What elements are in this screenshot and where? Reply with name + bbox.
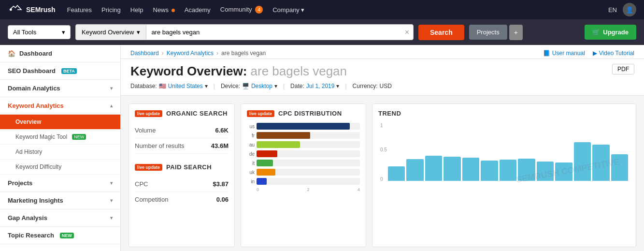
search-type-button[interactable]: Keyword Overview ▾ xyxy=(76,25,146,40)
nav-right: EN 👤 xyxy=(608,3,636,16)
sidebar-item-seo-dashboard[interactable]: SEO Dashboard BETA xyxy=(0,62,120,80)
breadcrumb-sep: › xyxy=(162,50,164,57)
cpc-bar-row: de xyxy=(247,150,360,157)
breadcrumb-row: Dashboard › Keyword Analytics › are bage… xyxy=(121,45,644,59)
trend-bar xyxy=(462,158,479,181)
main-layout: 🏠 Dashboard SEO Dashboard BETA Domain An… xyxy=(0,45,644,251)
cpc-label: uk xyxy=(247,170,255,175)
all-tools-button[interactable]: All Tools ▾ xyxy=(8,25,71,39)
sidebar-item-projects[interactable]: Projects ▾ xyxy=(0,175,120,192)
nav-features[interactable]: Features xyxy=(67,6,92,14)
trend-y-05: 0.5 xyxy=(380,147,387,152)
user-avatar[interactable]: 👤 xyxy=(623,3,636,16)
sidebar-item-marketing-insights[interactable]: Marketing Insights ▾ xyxy=(0,192,120,209)
cpc-bar-row: uk xyxy=(247,169,360,176)
trend-chart: 1 0.5 0 SEMRUSH COMPETITIVE xyxy=(378,123,630,191)
trend-bar xyxy=(406,159,423,181)
live-badge: live update xyxy=(135,110,162,117)
cpc-bar-wrap xyxy=(257,132,360,139)
cpc-bar xyxy=(257,141,300,148)
trend-bars xyxy=(378,123,630,181)
cpc-bar-row: au xyxy=(247,141,360,148)
cpc-bar-row: it xyxy=(247,160,360,166)
trend-bar xyxy=(444,157,460,181)
volume-row: Volume 6.6K xyxy=(135,123,229,138)
logo[interactable]: SEMrush xyxy=(8,4,56,15)
paid-search-title-row: live update PAID SEARCH xyxy=(135,163,229,171)
sidebar-sub-ad-history[interactable]: Ad History xyxy=(0,145,120,160)
trend-bar xyxy=(481,161,498,181)
trend-title: TREND xyxy=(378,110,401,117)
chevron-down-icon: ▾ xyxy=(137,29,140,36)
sidebar-sub-overview[interactable]: Overview xyxy=(0,115,120,130)
device-value[interactable]: Desktop xyxy=(251,83,272,89)
projects-button[interactable]: Projects xyxy=(469,25,507,40)
cpc-bar-wrap xyxy=(257,169,360,176)
home-icon: 🏠 xyxy=(8,50,15,57)
cpc-chart: us fr au de it uk xyxy=(247,123,360,185)
chevron-icon: ▾ xyxy=(336,83,339,89)
cpc-bar-row: us xyxy=(247,123,360,130)
nav-academy[interactable]: Academy xyxy=(185,6,211,14)
language-selector[interactable]: EN xyxy=(608,6,617,14)
video-tutorial-link[interactable]: ▶ Video Tutorial xyxy=(593,50,634,57)
pdf-button[interactable]: PDF xyxy=(612,64,634,74)
nav-news[interactable]: News xyxy=(153,6,175,14)
cpc-bar xyxy=(257,178,267,185)
trend-title-row: TREND xyxy=(378,110,630,117)
search-bar-row: All Tools ▾ Keyword Overview ▾ × Search … xyxy=(0,19,644,45)
trend-bar xyxy=(500,160,516,181)
cpc-label: fr xyxy=(247,133,255,138)
competition-row: Competition 0.06 xyxy=(135,192,229,207)
sidebar-item-domain-analytics[interactable]: Domain Analytics ▾ xyxy=(0,80,120,97)
upgrade-button[interactable]: 🛒 Upgrade xyxy=(585,25,636,40)
nav-help[interactable]: Help xyxy=(130,6,143,14)
chevron-up-icon: ▴ xyxy=(110,103,113,108)
cpc-label: in xyxy=(247,179,255,184)
sidebar-item-dashboard[interactable]: 🏠 Dashboard xyxy=(0,45,120,62)
cpc-axis: 0 2 4 xyxy=(247,187,360,192)
book-icon: 📘 xyxy=(543,50,550,57)
cpc-bar xyxy=(257,169,275,176)
cart-icon: 🛒 xyxy=(592,29,600,36)
nav-community[interactable]: Community 4 xyxy=(220,6,263,14)
sidebar-item-gap-analysis[interactable]: Gap Analysis ▾ xyxy=(0,209,120,227)
trend-bar xyxy=(574,142,591,181)
projects-plus-button[interactable]: + xyxy=(509,25,523,40)
sidebar-item-keyword-analytics[interactable]: Keyword Analytics ▴ xyxy=(0,97,120,115)
search-button[interactable]: Search xyxy=(418,25,464,40)
cpc-bar xyxy=(257,150,277,157)
cpc-label: au xyxy=(247,142,255,148)
sidebar-sub-keyword-magic[interactable]: Keyword Magic Tool NEW xyxy=(0,130,120,145)
chevron-icon: ▾ xyxy=(110,86,113,91)
sidebar-sub-keyword-difficulty[interactable]: Keyword Difficulty xyxy=(0,160,120,175)
sidebar-item-topic-research[interactable]: Topic Research NEW xyxy=(0,227,120,244)
results-row: Number of results 43.6M xyxy=(135,138,229,154)
breadcrumb-keyword-analytics[interactable]: Keyword Analytics xyxy=(167,50,214,57)
beta-badge: BETA xyxy=(61,68,77,74)
sidebar: 🏠 Dashboard SEO Dashboard BETA Domain An… xyxy=(0,45,121,251)
nav-company[interactable]: Company ▾ xyxy=(272,6,304,14)
svg-point-0 xyxy=(10,9,12,11)
chevron-icon: ▾ xyxy=(110,215,113,221)
search-input[interactable] xyxy=(146,25,401,40)
trend-y-1: 1 xyxy=(380,123,383,128)
trend-bar xyxy=(425,156,442,181)
date-value[interactable]: Jul 1, 2019 xyxy=(306,83,335,89)
cpc-bar-row: in xyxy=(247,178,360,185)
user-manual-link[interactable]: 📘 User manual xyxy=(543,50,585,57)
video-icon: ▶ xyxy=(593,50,597,57)
cpc-bar-wrap xyxy=(257,150,360,157)
clear-search-button[interactable]: × xyxy=(401,28,413,37)
breadcrumb-dashboard[interactable]: Dashboard xyxy=(130,50,159,57)
cpc-bar-wrap xyxy=(257,141,360,148)
database-value[interactable]: United States xyxy=(168,83,203,89)
cpc-distribution-panel: live update CPC DISTRIBUTION us fr au de xyxy=(241,103,366,247)
breadcrumb: Dashboard › Keyword Analytics › are bage… xyxy=(130,50,266,57)
currency-filter: Currency: USD xyxy=(353,83,392,89)
live-badge: live update xyxy=(135,164,162,171)
cpc-bar-row: fr xyxy=(247,132,360,139)
community-badge: 4 xyxy=(255,6,263,14)
cpc-bar xyxy=(257,123,350,130)
nav-pricing[interactable]: Pricing xyxy=(101,6,121,14)
